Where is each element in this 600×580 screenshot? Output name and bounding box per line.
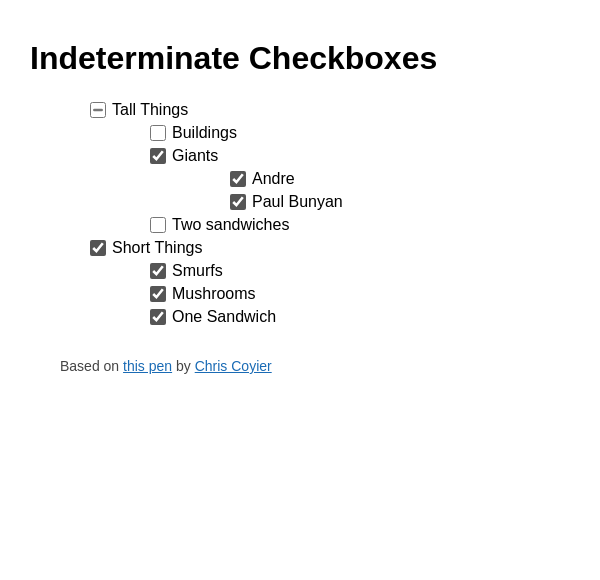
chris-coyier-link[interactable]: Chris Coyier — [195, 358, 272, 374]
paul-bunyan-row: Paul Bunyan — [30, 193, 570, 211]
page-title: Indeterminate Checkboxes — [30, 40, 570, 77]
andre-checkbox[interactable] — [230, 171, 246, 187]
two-sandwiches-row: Two sandwiches — [30, 216, 570, 234]
mushrooms-checkbox[interactable] — [150, 286, 166, 302]
buildings-row: Buildings — [30, 124, 570, 142]
one-sandwich-checkbox[interactable] — [150, 309, 166, 325]
short-things-row: Short Things — [30, 239, 570, 257]
tall-things-row: Tall Things — [30, 101, 570, 119]
smurfs-label[interactable]: Smurfs — [172, 262, 223, 280]
footer-text-before: Based on — [60, 358, 123, 374]
paul-bunyan-label[interactable]: Paul Bunyan — [252, 193, 343, 211]
buildings-label[interactable]: Buildings — [172, 124, 237, 142]
paul-bunyan-checkbox[interactable] — [230, 194, 246, 210]
giants-row: Giants — [30, 147, 570, 165]
smurfs-checkbox[interactable] — [150, 263, 166, 279]
two-sandwiches-label[interactable]: Two sandwiches — [172, 216, 289, 234]
giants-label[interactable]: Giants — [172, 147, 218, 165]
footer: Based on this pen by Chris Coyier — [30, 358, 570, 374]
giants-checkbox[interactable] — [150, 148, 166, 164]
one-sandwich-row: One Sandwich — [30, 308, 570, 326]
smurfs-row: Smurfs — [30, 262, 570, 280]
tall-things-checkbox[interactable] — [90, 102, 106, 118]
andre-label[interactable]: Andre — [252, 170, 295, 188]
short-things-label[interactable]: Short Things — [112, 239, 202, 257]
this-pen-link[interactable]: this pen — [123, 358, 172, 374]
andre-row: Andre — [30, 170, 570, 188]
mushrooms-row: Mushrooms — [30, 285, 570, 303]
mushrooms-label[interactable]: Mushrooms — [172, 285, 256, 303]
two-sandwiches-checkbox[interactable] — [150, 217, 166, 233]
one-sandwich-label[interactable]: One Sandwich — [172, 308, 276, 326]
short-things-checkbox[interactable] — [90, 240, 106, 256]
tall-things-label[interactable]: Tall Things — [112, 101, 188, 119]
footer-text-between: by — [172, 358, 195, 374]
buildings-checkbox[interactable] — [150, 125, 166, 141]
